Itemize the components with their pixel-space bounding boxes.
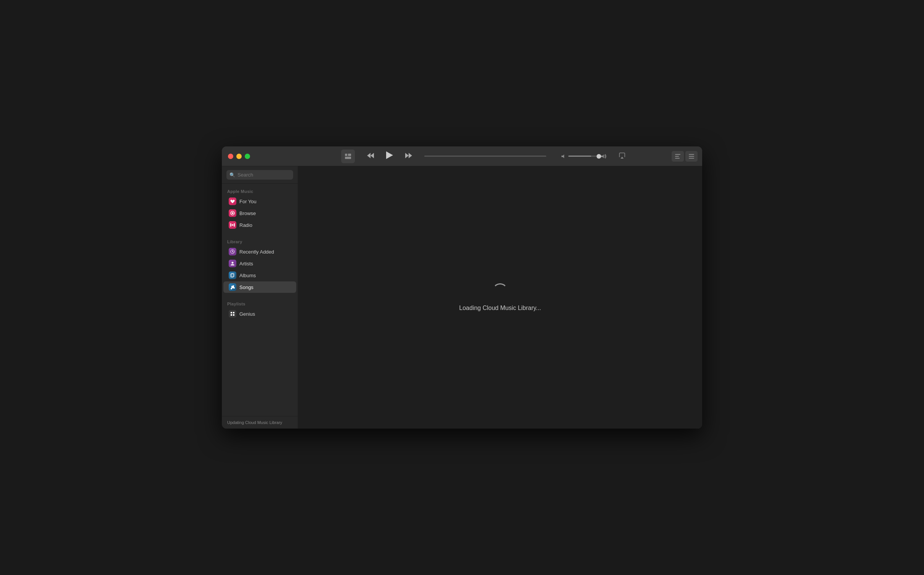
svg-point-23	[232, 262, 234, 264]
sidebar-section-library: Library Recently Added Artists	[222, 234, 298, 296]
svg-point-26	[231, 288, 232, 289]
sidebar: 🔍 Apple Music For You Browse	[222, 166, 298, 429]
svg-marker-7	[409, 153, 412, 158]
svg-rect-11	[675, 154, 680, 155]
svg-rect-28	[231, 312, 232, 313]
svg-rect-31	[233, 314, 234, 316]
rewind-button[interactable]	[364, 151, 377, 162]
sidebar-item-label-browse: Browse	[239, 210, 256, 216]
svg-rect-1	[348, 154, 351, 156]
titlebar	[222, 146, 702, 166]
albums-icon	[229, 271, 236, 279]
svg-rect-0	[345, 154, 347, 156]
svg-marker-4	[367, 153, 371, 158]
svg-point-27	[233, 287, 235, 289]
sidebar-item-browse[interactable]: Browse	[223, 207, 296, 219]
minimize-button[interactable]	[236, 154, 242, 159]
svg-marker-9	[601, 154, 604, 158]
playback-controls	[364, 150, 415, 163]
sidebar-item-label-for-you: For You	[239, 199, 257, 204]
svg-point-19	[232, 224, 233, 226]
sidebar-section-header-library: Library	[222, 237, 298, 246]
app-window: 🔍 Apple Music For You Browse	[222, 146, 702, 429]
main-content: 🔍 Apple Music For You Browse	[222, 166, 702, 429]
sidebar-item-radio[interactable]: Radio	[223, 219, 296, 231]
sidebar-section-header-playlists: Playlists	[222, 299, 298, 308]
songs-icon	[229, 283, 236, 291]
svg-rect-15	[689, 156, 694, 157]
play-button[interactable]	[383, 150, 396, 163]
progress-bar-container	[424, 156, 546, 157]
sidebar-item-label-recently-added: Recently Added	[239, 249, 274, 255]
list-icon	[689, 154, 694, 159]
artists-icon	[229, 260, 236, 267]
volume-fill	[568, 156, 591, 157]
sidebar-item-label-albums: Albums	[239, 273, 256, 278]
svg-marker-5	[386, 151, 393, 159]
svg-rect-13	[675, 158, 680, 159]
sidebar-item-label-radio: Radio	[239, 222, 252, 228]
search-wrapper: 🔍	[226, 170, 293, 180]
airplay-button[interactable]	[616, 151, 629, 162]
titlebar-right	[672, 151, 702, 162]
traffic-lights	[222, 154, 298, 159]
artwork-button[interactable]	[341, 149, 355, 163]
loading-spinner	[492, 283, 508, 299]
sidebar-status: Updating Cloud Music Library	[222, 416, 298, 429]
browse-icon	[229, 209, 236, 217]
recently-added-icon	[229, 248, 236, 255]
volume-control	[561, 154, 606, 159]
svg-marker-3	[371, 153, 374, 158]
titlebar-controls	[298, 149, 672, 163]
status-text: Updating Cloud Music Library	[227, 420, 282, 425]
volume-low-icon	[561, 154, 566, 159]
maximize-button[interactable]	[245, 154, 250, 159]
sidebar-item-for-you[interactable]: For You	[223, 196, 296, 207]
svg-rect-12	[675, 156, 679, 157]
progress-bar[interactable]	[424, 156, 546, 157]
search-input[interactable]	[237, 172, 290, 178]
loading-text: Loading Cloud Music Library...	[459, 305, 541, 312]
sidebar-search-area: 🔍	[222, 166, 298, 184]
sidebar-section-header-apple-music: Apple Music	[222, 187, 298, 195]
sidebar-section-apple-music: Apple Music For You Browse	[222, 184, 298, 234]
svg-marker-8	[561, 154, 564, 158]
sidebar-item-label-artists: Artists	[239, 261, 253, 267]
sidebar-item-label-songs: Songs	[239, 284, 253, 290]
lyrics-icon	[675, 154, 680, 159]
sidebar-item-label-genius: Genius	[239, 311, 255, 317]
airplay-icon	[619, 153, 626, 159]
svg-marker-10	[621, 157, 624, 159]
sidebar-section-playlists: Playlists Genius	[222, 296, 298, 323]
volume-high-icon	[601, 154, 606, 159]
genius-icon	[229, 310, 236, 318]
svg-marker-6	[405, 153, 409, 158]
lyrics-button[interactable]	[672, 151, 684, 162]
sidebar-item-songs[interactable]: Songs	[223, 281, 296, 293]
fastforward-button[interactable]	[402, 151, 415, 162]
sidebar-item-artists[interactable]: Artists	[223, 258, 296, 269]
svg-rect-2	[345, 157, 351, 159]
sidebar-item-genius[interactable]: Genius	[223, 308, 296, 320]
close-button[interactable]	[228, 154, 233, 159]
volume-knob	[597, 154, 601, 159]
for-you-icon	[229, 198, 236, 205]
svg-rect-29	[233, 312, 234, 313]
list-button[interactable]	[685, 151, 698, 162]
search-icon: 🔍	[229, 172, 235, 178]
volume-slider[interactable]	[568, 156, 599, 157]
sidebar-item-albums[interactable]: Albums	[223, 270, 296, 281]
svg-marker-18	[232, 212, 234, 214]
svg-line-22	[233, 252, 234, 252]
svg-rect-16	[689, 158, 694, 159]
main-panel: Loading Cloud Music Library...	[298, 166, 702, 429]
radio-icon	[229, 221, 236, 229]
sidebar-item-recently-added[interactable]: Recently Added	[223, 246, 296, 257]
svg-rect-14	[689, 154, 694, 155]
svg-rect-30	[231, 314, 232, 316]
